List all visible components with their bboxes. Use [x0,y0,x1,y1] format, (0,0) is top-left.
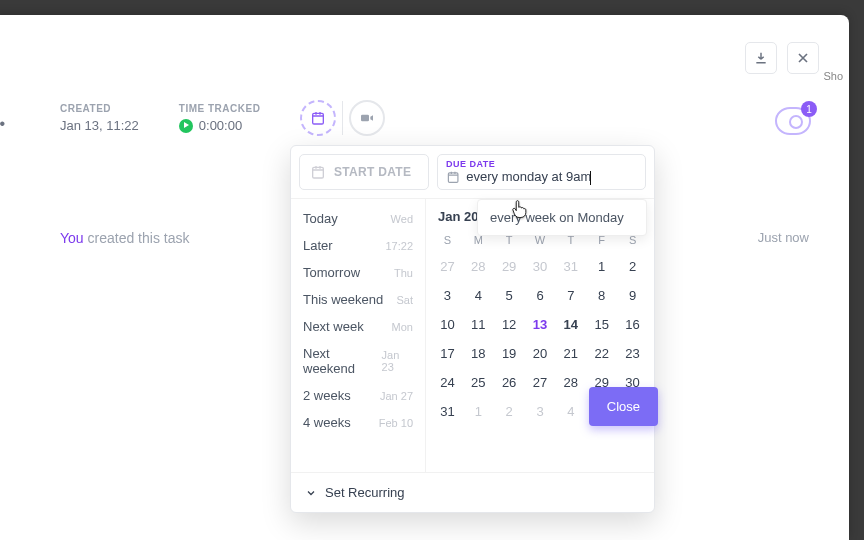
quick-date-label: Next weekend [303,346,382,376]
watchers[interactable]: 1 [775,107,811,135]
calendar-day[interactable]: 12 [494,310,525,339]
calendar-day[interactable]: 18 [463,339,494,368]
quick-date-item[interactable]: Later17:22 [291,232,425,259]
calendar-day[interactable]: 1 [463,397,494,426]
calendar-day[interactable]: 28 [463,252,494,281]
divider [342,101,343,135]
quick-date-hint: 17:22 [385,240,413,252]
created-label: CREATED [60,103,139,114]
play-icon[interactable] [179,119,193,133]
calendar-day[interactable]: 11 [463,310,494,339]
set-recurring-button[interactable]: Set Recurring [291,472,654,512]
due-date-input[interactable]: every monday at 9am [466,169,637,185]
calendar-day[interactable]: 4 [555,397,586,426]
quick-date-item[interactable]: 2 weeksJan 27 [291,382,425,409]
quick-date-label: This weekend [303,292,383,307]
quick-date-item[interactable]: TomorrowThu [291,259,425,286]
quick-date-item[interactable]: This weekendSat [291,286,425,313]
calendar-day[interactable]: 17 [432,339,463,368]
quick-date-hint: Sat [396,294,413,306]
calendar-day[interactable]: 9 [617,281,648,310]
calendar-day[interactable]: 31 [555,252,586,281]
more-menu[interactable]: •• [0,115,7,133]
quick-date-label: 2 weeks [303,388,351,403]
due-date-label: DUE DATE [446,159,637,169]
svg-rect-0 [313,113,324,124]
quick-date-label: Today [303,211,338,226]
activity-time: Just now [758,230,809,246]
calendar-day[interactable]: 26 [494,368,525,397]
video-button[interactable] [349,100,385,136]
quick-date-hint: Jan 23 [382,349,413,373]
quick-date-hint: Wed [391,213,413,225]
calendar-icon [446,169,460,185]
calendar-day[interactable]: 1 [586,252,617,281]
calendar-week-row: 3456789 [432,281,648,310]
task-modal: Sho •• CREATED Jan 13, 11:22 TIME TRACKE… [0,15,849,540]
calendar-day[interactable]: 15 [586,310,617,339]
calendar-week-row: 272829303112 [432,252,648,281]
quick-date-item[interactable]: 4 weeksFeb 10 [291,409,425,436]
calendar-day[interactable]: 16 [617,310,648,339]
quick-date-item[interactable]: Next weekendJan 23 [291,340,425,382]
calendar-day[interactable]: 3 [525,397,556,426]
calendar-day[interactable]: 10 [432,310,463,339]
close-modal-button[interactable] [787,42,819,74]
close-icon [795,50,811,66]
calendar-day[interactable]: 14 [555,310,586,339]
calendar-day[interactable]: 28 [555,368,586,397]
due-date-field[interactable]: DUE DATE every monday at 9am every week … [437,154,646,190]
created-meta: CREATED Jan 13, 11:22 [60,103,139,133]
calendar-day[interactable]: 27 [525,368,556,397]
date-inputs: START DATE DUE DATE every monday at 9am … [291,146,654,199]
calendar-day[interactable]: 22 [586,339,617,368]
calendar-day[interactable]: 3 [432,281,463,310]
quick-date-label: Later [303,238,333,253]
start-date-button[interactable]: START DATE [299,154,429,190]
calendar-icon [310,110,326,126]
calendar-week-row: 17181920212223 [432,339,648,368]
chevron-down-icon [305,487,317,499]
calendar-day[interactable]: 2 [494,397,525,426]
download-icon [753,50,769,66]
quick-date-item[interactable]: TodayWed [291,205,425,232]
calendar-day[interactable]: 7 [555,281,586,310]
nlp-suggestion[interactable]: every week on Monday [477,199,647,236]
calendar-day[interactable]: 23 [617,339,648,368]
due-date-button[interactable] [300,100,336,136]
calendar-day[interactable]: 24 [432,368,463,397]
calendar-day[interactable]: 25 [463,368,494,397]
start-date-label: START DATE [334,165,411,179]
svg-rect-2 [313,167,324,178]
calendar-day[interactable]: 4 [463,281,494,310]
quick-date-item[interactable]: Next weekMon [291,313,425,340]
quick-date-hint: Mon [392,321,413,333]
calendar-day[interactable]: 20 [525,339,556,368]
close-button[interactable]: Close [589,387,658,426]
calendar-day[interactable]: 21 [555,339,586,368]
cursor-pointer-icon [510,199,530,223]
time-meta: TIME TRACKED 0:00:00 [179,103,261,133]
quick-date-label: Next week [303,319,364,334]
activity-actor: You [60,230,84,246]
quick-date-hint: Feb 10 [379,417,413,429]
calendar-day[interactable]: 5 [494,281,525,310]
calendar-day[interactable]: 19 [494,339,525,368]
set-recurring-label: Set Recurring [325,485,404,500]
calendar-day[interactable]: 6 [525,281,556,310]
calendar-day[interactable]: 31 [432,397,463,426]
calendar-day[interactable]: 13 [525,310,556,339]
calendar-week-row: 10111213141516 [432,310,648,339]
date-picker-popover: START DATE DUE DATE every monday at 9am … [290,145,655,513]
calendar-day[interactable]: 27 [432,252,463,281]
time-label: TIME TRACKED [179,103,261,114]
calendar-day[interactable]: 8 [586,281,617,310]
calendar-icon [310,164,326,180]
calendar-day[interactable]: 29 [494,252,525,281]
calendar-day[interactable]: 30 [525,252,556,281]
calendar-day[interactable]: 2 [617,252,648,281]
collapse-button[interactable] [745,42,777,74]
quick-date-hint: Jan 27 [380,390,413,402]
quick-date-hint: Thu [394,267,413,279]
quick-date-label: 4 weeks [303,415,351,430]
